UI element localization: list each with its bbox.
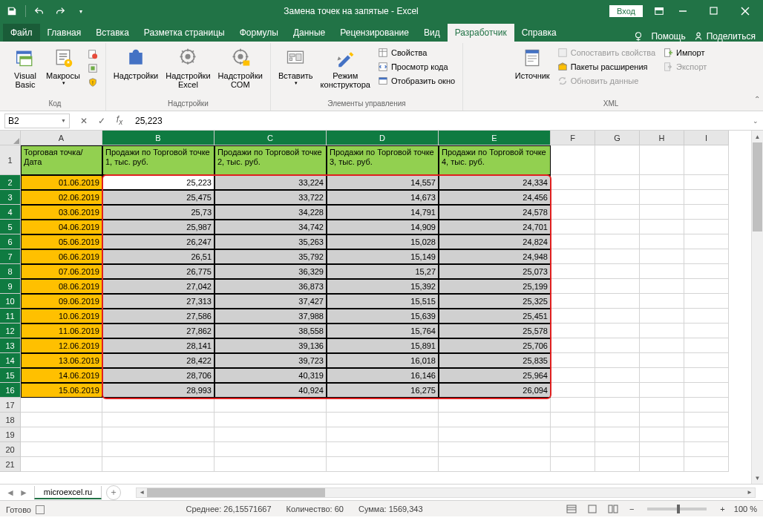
cell-A3[interactable]: 02.06.2019: [21, 190, 102, 205]
row-head-12[interactable]: 12: [0, 324, 21, 338]
cell-A16[interactable]: 15.06.2019: [21, 383, 102, 398]
horizontal-scrollbar[interactable]: ◄ ►: [136, 487, 756, 498]
design-mode-button[interactable]: Режим конструктора: [318, 45, 373, 91]
cell-D16[interactable]: 16,275: [327, 383, 439, 398]
scroll-left-icon[interactable]: ◄: [137, 488, 147, 497]
cell-A8[interactable]: 07.06.2019: [21, 264, 102, 279]
cell-F6[interactable]: [551, 234, 595, 249]
cell-F5[interactable]: [551, 220, 595, 234]
cell-I4[interactable]: [684, 205, 729, 220]
normal-view-icon[interactable]: [564, 503, 579, 515]
sheet-nav-prev-icon[interactable]: ◄: [6, 487, 15, 498]
cell-A18[interactable]: [21, 413, 102, 427]
cell-C7[interactable]: 35,792: [215, 249, 327, 264]
cell-B9[interactable]: 27,042: [102, 279, 215, 294]
maximize-icon[interactable]: [699, 1, 729, 22]
row-head-13[interactable]: 13: [0, 338, 21, 353]
scroll-down-icon[interactable]: ▼: [752, 472, 763, 484]
cell-H1[interactable]: [640, 145, 684, 175]
row-head-7[interactable]: 7: [0, 249, 21, 264]
cell-I11[interactable]: [684, 309, 729, 324]
cell-D3[interactable]: 14,673: [327, 190, 439, 205]
cell-B11[interactable]: 27,586: [102, 309, 215, 324]
row-head-17[interactable]: 17: [0, 398, 21, 413]
page-layout-view-icon[interactable]: [585, 503, 600, 515]
cell-C1[interactable]: Продажи по Торговой точке 2, тыс. руб.: [215, 145, 327, 175]
cell-B6[interactable]: 26,247: [102, 234, 215, 249]
cell-B13[interactable]: 28,141: [102, 338, 215, 353]
cell-E5[interactable]: 24,701: [439, 220, 551, 234]
cell-H21[interactable]: [640, 457, 684, 472]
cell-F12[interactable]: [551, 324, 595, 338]
row-head-5[interactable]: 5: [0, 220, 21, 234]
cell-G9[interactable]: [595, 279, 640, 294]
cell-E4[interactable]: 24,578: [439, 205, 551, 220]
cell-G4[interactable]: [595, 205, 640, 220]
cell-A15[interactable]: 14.06.2019: [21, 368, 102, 383]
cell-E21[interactable]: [439, 457, 551, 472]
cell-G13[interactable]: [595, 338, 640, 353]
cell-A19[interactable]: [21, 427, 102, 442]
cell-I16[interactable]: [684, 383, 729, 398]
cell-I19[interactable]: [684, 427, 729, 442]
cell-F4[interactable]: [551, 205, 595, 220]
cell-D18[interactable]: [327, 413, 439, 427]
cell-F1[interactable]: [551, 145, 595, 175]
cell-G17[interactable]: [595, 398, 640, 413]
cell-F13[interactable]: [551, 338, 595, 353]
cell-H13[interactable]: [640, 338, 684, 353]
cell-E15[interactable]: 25,964: [439, 368, 551, 383]
page-break-view-icon[interactable]: [606, 503, 620, 515]
enter-formula-icon[interactable]: ✓: [94, 114, 110, 128]
cell-G5[interactable]: [595, 220, 640, 234]
cell-E17[interactable]: [439, 398, 551, 413]
row-head-20[interactable]: 20: [0, 442, 21, 457]
cell-F14[interactable]: [551, 353, 595, 368]
cell-G21[interactable]: [595, 457, 640, 472]
collapse-ribbon-icon[interactable]: ⌃: [754, 95, 760, 103]
cell-B8[interactable]: 26,775: [102, 264, 215, 279]
cell-I7[interactable]: [684, 249, 729, 264]
cell-F9[interactable]: [551, 279, 595, 294]
col-head-B[interactable]: B: [102, 131, 215, 145]
cell-H4[interactable]: [640, 205, 684, 220]
zoom-in-button[interactable]: +: [717, 505, 727, 513]
cell-B5[interactable]: 25,987: [102, 220, 215, 234]
cell-D1[interactable]: Продажи по Торговой точке 3, тыс. руб.: [327, 145, 439, 175]
cell-I15[interactable]: [684, 368, 729, 383]
cell-B10[interactable]: 27,313: [102, 294, 215, 309]
row-head-8[interactable]: 8: [0, 264, 21, 279]
cell-D8[interactable]: 15,27: [327, 264, 439, 279]
cell-G8[interactable]: [595, 264, 640, 279]
cell-B17[interactable]: [102, 398, 215, 413]
cell-I12[interactable]: [684, 324, 729, 338]
cell-G10[interactable]: [595, 294, 640, 309]
vertical-scrollbar[interactable]: ▲ ▼: [751, 131, 763, 484]
row-head-3[interactable]: 3: [0, 190, 21, 205]
cell-E12[interactable]: 25,578: [439, 324, 551, 338]
cell-F10[interactable]: [551, 294, 595, 309]
help-link[interactable]: Помощь: [651, 31, 685, 42]
col-head-H[interactable]: H: [640, 131, 684, 145]
cell-G7[interactable]: [595, 249, 640, 264]
cell-H11[interactable]: [640, 309, 684, 324]
tab-справка[interactable]: Справка: [514, 24, 564, 42]
tab-вставка[interactable]: Вставка: [88, 24, 137, 42]
view-code-button[interactable]: Просмотр кода: [375, 60, 458, 73]
fx-icon[interactable]: fx: [111, 114, 128, 128]
cell-A9[interactable]: 08.06.2019: [21, 279, 102, 294]
cell-B16[interactable]: 28,993: [102, 383, 215, 398]
cell-E7[interactable]: 24,948: [439, 249, 551, 264]
run-dialog-button[interactable]: Отобразить окно: [375, 74, 458, 88]
cell-H18[interactable]: [640, 413, 684, 427]
col-head-G[interactable]: G: [595, 131, 640, 145]
tell-me-icon[interactable]: [633, 31, 644, 42]
zoom-slider[interactable]: [647, 508, 707, 510]
cell-D14[interactable]: 16,018: [327, 353, 439, 368]
cell-B21[interactable]: [102, 457, 215, 472]
undo-icon[interactable]: [30, 2, 48, 20]
cell-D12[interactable]: 15,764: [327, 324, 439, 338]
cell-H19[interactable]: [640, 427, 684, 442]
cell-D10[interactable]: 15,515: [327, 294, 439, 309]
col-head-D[interactable]: D: [327, 131, 439, 145]
